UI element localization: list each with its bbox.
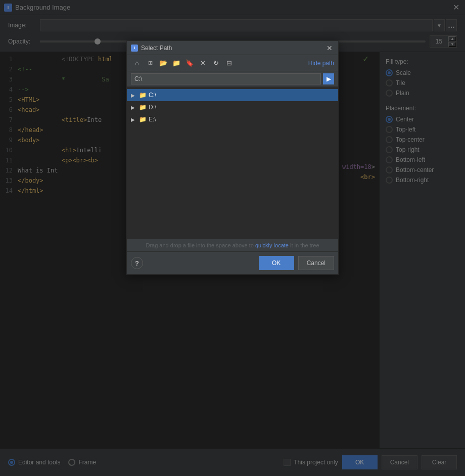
- folder-icon: 📁: [139, 116, 147, 123]
- tree-item-d-drive[interactable]: ▶ 📁 D:\: [127, 101, 338, 113]
- tree-item-label: C:\: [149, 92, 156, 99]
- tree-arrow: ▶: [131, 117, 137, 122]
- delete-icon: ✕: [200, 59, 206, 67]
- folder-icon: 📁: [139, 92, 147, 99]
- modal-overlay: I Select Path ✕ ⌂ ⊞ 📂 📁: [0, 0, 465, 476]
- path-go-button[interactable]: ▶: [323, 73, 334, 84]
- home-icon: ⌂: [135, 59, 139, 67]
- dialog-title-bar: I Select Path ✕: [127, 41, 338, 55]
- go-icon: ▶: [327, 75, 331, 82]
- new-folder-button[interactable]: 📁: [170, 57, 182, 69]
- bookmark-button[interactable]: 🔖: [183, 57, 196, 69]
- path-input[interactable]: [131, 73, 321, 84]
- hint-highlight: quickly locate: [255, 242, 289, 248]
- tree-arrow: ▶: [131, 93, 137, 98]
- bookmark-icon: 🔖: [185, 59, 194, 67]
- dialog-footer-buttons: OK Cancel: [259, 256, 334, 270]
- delete-button[interactable]: ✕: [197, 57, 209, 69]
- dialog-icon: I: [131, 45, 138, 52]
- dialog-hint: Drag and drop a file into the space abov…: [127, 239, 338, 251]
- dialog-cancel-button[interactable]: Cancel: [298, 256, 334, 270]
- grid-icon: ⊞: [148, 60, 153, 66]
- settings-icon: ⊟: [226, 59, 232, 67]
- new-folder-icon: 📁: [172, 59, 180, 67]
- grid-view-button[interactable]: ⊞: [144, 57, 156, 69]
- dialog-title-left: I Select Path: [131, 45, 172, 52]
- dialog-path-row: ▶: [127, 71, 338, 87]
- folder-icon: 📁: [139, 104, 147, 111]
- dialog-title: Select Path: [141, 45, 172, 52]
- tree-item-label: D:\: [149, 104, 156, 111]
- dialog-toolbar: ⌂ ⊞ 📂 📁 🔖 ✕ ↻: [127, 55, 338, 71]
- settings-button[interactable]: ⊟: [223, 57, 235, 69]
- parent-dir-button[interactable]: 📂: [157, 57, 169, 69]
- tree-item-c-drive[interactable]: ▶ 📁 C:\: [127, 89, 338, 101]
- up-folder-icon: 📂: [159, 59, 167, 67]
- dialog-tree[interactable]: ▶ 📁 C:\ ▶ 📁 D:\ ▶ 📁 E:\: [127, 87, 338, 239]
- help-button[interactable]: ?: [131, 257, 143, 269]
- refresh-button[interactable]: ↻: [210, 57, 222, 69]
- tree-arrow: ▶: [131, 105, 137, 110]
- refresh-icon: ↻: [213, 59, 219, 67]
- dialog-ok-button[interactable]: OK: [259, 256, 294, 270]
- dialog-footer: ? OK Cancel: [127, 251, 338, 274]
- home-button[interactable]: ⌂: [131, 57, 143, 69]
- dialog-close-button[interactable]: ✕: [325, 44, 334, 53]
- dialog-toolbar-left: ⌂ ⊞ 📂 📁 🔖 ✕ ↻: [131, 57, 235, 69]
- hide-path-link[interactable]: Hide path: [308, 60, 334, 67]
- tree-item-label: E:\: [149, 116, 156, 123]
- tree-item-e-drive[interactable]: ▶ 📁 E:\: [127, 113, 338, 125]
- select-path-dialog: I Select Path ✕ ⌂ ⊞ 📂 📁: [126, 40, 339, 275]
